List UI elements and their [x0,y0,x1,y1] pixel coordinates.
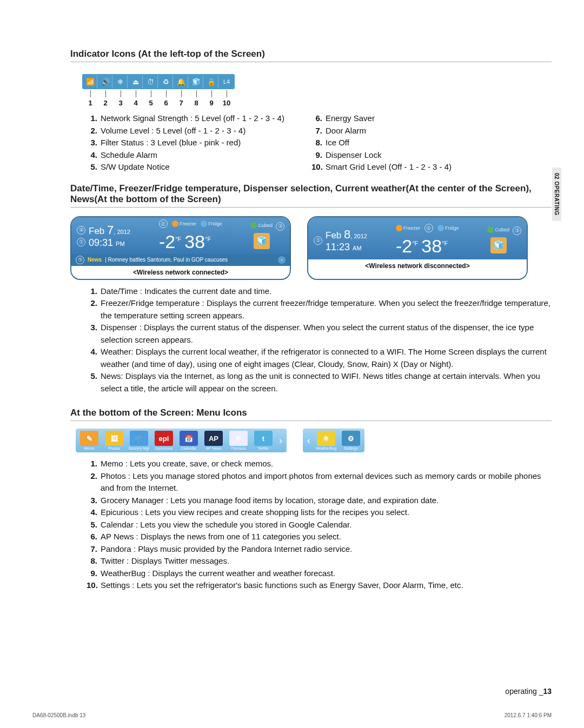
list-num: 1. [87,112,101,125]
list-item: 4.Weather: Displays the current local we… [87,346,552,370]
list-item: 8.Twitter : Displays Twitter messages. [87,555,552,567]
list-num: 10. [311,161,326,173]
app-twitter[interactable]: tTwitter [252,431,275,450]
list-item: 1.Date/Time : Indicates the current date… [87,285,552,298]
list-text: Filter Status : 3 Level (blue - pink - r… [101,137,241,149]
list-num: 1. [87,285,101,298]
annot-1: ① [77,238,85,246]
app-label: Photos [108,446,120,450]
list-item: 4.Schedule Alarm [87,149,297,162]
list-text: Photos : Lets you manage stored photos a… [101,470,552,495]
list-item: 10.Settings : Lets you set the refrigera… [87,579,552,592]
app-epicurious[interactable]: epiEpicurious [152,431,175,450]
list-item: 10.Smart Grid Level (Off - 1 - 2 - 3 - 4… [311,161,522,173]
list-num: 2. [87,470,101,495]
annot-4: ④ [77,226,85,235]
print-footer: DA68-02500B.indb 13 2012.6.7 1:40:6 PM [32,712,552,718]
indicator-num-8: 8 [189,99,203,107]
indicator-icon-1: 📶 [83,75,97,88]
list-num: 7. [311,125,326,137]
list-text: Dispenser : Displays the current status … [101,322,552,346]
list-text: Grocery Manager : Lets you manage food i… [101,495,439,507]
list-item: 6.AP News : Displays the news from one o… [87,531,552,543]
list-text: Energy Saver [326,112,375,125]
list-text: WeatherBug : Displays the current weathe… [101,567,335,580]
list-item: 8.Ice Off [311,137,522,149]
list-item: 7.Pandora : Plays music provided by the … [87,543,552,556]
card2-caption: <Wireless network disconnected> [308,259,527,272]
app-calendar[interactable]: 📅Calendar [177,431,200,450]
list-item: 3.Dispenser : Displays the current statu… [87,322,552,346]
app-label: Calendar [181,446,196,450]
list-num: 8. [311,137,326,149]
indicator-num-2: 2 [98,99,112,107]
app-tile: t [254,431,273,446]
list-text: Memo : Lets you create, save, or check m… [101,458,273,470]
app-tile: 📅 [180,431,198,446]
indicator-num-1: 1 [83,99,97,107]
print-left: DA68-02500B.indb 13 [32,712,85,718]
datetime-block: Feb 7, 2012 09:31 PM [89,223,130,249]
news-arrow-icon: › [278,256,286,264]
app-label: AP News [206,446,222,450]
app-label: Memo [84,446,94,450]
indicator-icon-5: ⏱ [144,75,158,88]
list-item: 2.Photos : Lets you manage stored photos… [87,470,552,495]
dispenser-icon2: 🧊 [490,237,507,253]
app-label: Epicurious [155,446,173,450]
indicator-icon-7: 🔔 [174,75,188,88]
news-label: News [88,257,102,263]
app-weatherbug[interactable]: ☀WeatherBug [315,431,337,450]
app-settings[interactable]: ⚙Settings [340,431,362,450]
nav-next-icon[interactable]: › [277,435,284,446]
list-num: 5. [87,370,101,395]
news-bar: ⑤ News | Romney battles Santorum, Paul i… [71,254,290,266]
fridge-label: Fridge [208,221,222,226]
display-cards-row: ④ ① Feb 7, 2012 09:31 PM ② Freezer Fridg… [70,215,552,281]
list-text: Schedule Alarm [101,149,157,162]
news-text: | Romney battles Santorum, Paul in GOP c… [105,257,228,263]
nav-prev-icon[interactable]: ‹ [305,435,313,446]
menu-bar-2: ‹☀WeatherBug⚙Settings [303,429,364,452]
list-num: 2. [87,125,101,137]
list-text: AP News : Displays the news from one of … [101,531,341,543]
section3-title: At the bottom of the Screen: Menu Icons [70,408,552,421]
list-text: Epicurious : Lets you view recipes and c… [101,506,409,519]
indicator-icon-2: 🔊 [98,75,112,88]
section-display: Date/Time, Freezer/Fridge temperature, D… [70,183,552,395]
list-text: Volume Level : 5 Level (off - 1 - 2 - 3 … [101,125,245,137]
app-label: WeatherBug [316,446,337,450]
cubed-label: Cubed [258,223,273,228]
list-text: Freezer/Fridge temperature : Displays th… [101,297,552,322]
app-label: Grocery Mgr [129,446,150,450]
list-item: 3.Grocery Manager : Lets you manage food… [87,495,552,507]
app-memo[interactable]: ✎Memo [78,431,101,450]
indicator-num-10: 10 [220,99,234,107]
list-num: 6. [311,112,326,125]
app-label: Twitter [258,446,269,450]
list-num: 5. [87,519,101,531]
cubed-label2: Cubed [495,227,509,232]
list-text: Door Alarm [326,125,366,137]
freezer-label2: Freezer [403,225,420,231]
list-text: Twitter : Displays Twitter messages. [101,555,229,567]
fridge-label2: Fridge [445,225,459,231]
annot-2b: ② [424,224,433,232]
list-num: 3. [87,495,101,507]
list-item: 9.WeatherBug : Displays the current weat… [87,567,552,580]
list-item: 1.Memo : Lets you create, save, or check… [87,458,552,470]
annot-3b: ③ [513,226,521,235]
app-ap-news[interactable]: APAP News [202,431,225,450]
list-item: 9.Dispenser Lock [311,149,522,162]
indicator-icon-10: L4 [220,75,234,88]
dispenser-icon: 🧊 [254,233,270,249]
list-text: Calendar : Lets you view the schedule yo… [101,519,351,531]
app-photos[interactable]: 🖼Photos [103,431,125,450]
card-disconnected: ① Feb 8, 2012 11:23 AM Freezer ② Fridge … [307,216,528,280]
temp-labels: ② Freezer Fridge [159,219,222,228]
app-tile: epi [155,431,173,446]
list-item: 5.Calendar : Lets you view the schedule … [87,519,552,531]
app-grocery-mgr[interactable]: 🛒Grocery Mgr [128,431,150,450]
app-pandora[interactable]: PPandora [227,431,250,450]
list-num: 6. [87,531,101,543]
